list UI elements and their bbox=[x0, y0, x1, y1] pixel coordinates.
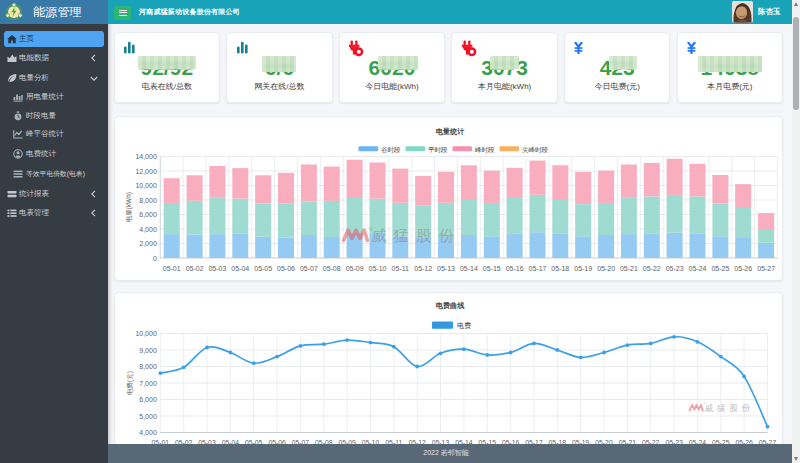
svg-text:05-01: 05-01 bbox=[162, 264, 180, 271]
svg-text:05-11: 05-11 bbox=[391, 264, 408, 271]
svg-text:05-16: 05-16 bbox=[505, 264, 523, 271]
svg-text:05-26: 05-26 bbox=[734, 264, 752, 271]
svg-text:7,000: 7,000 bbox=[139, 379, 157, 386]
svg-text:2,000: 2,000 bbox=[139, 240, 157, 247]
svg-text:05-07: 05-07 bbox=[299, 264, 317, 271]
svg-text:4,000: 4,000 bbox=[139, 225, 157, 232]
svg-text:05-03: 05-03 bbox=[208, 264, 226, 271]
svg-text:电量统计: 电量统计 bbox=[435, 127, 464, 136]
svg-text:6,000: 6,000 bbox=[139, 211, 157, 218]
svg-text:05-24: 05-24 bbox=[688, 264, 706, 271]
svg-text:05-25: 05-25 bbox=[711, 264, 729, 271]
svg-text:05-09: 05-09 bbox=[345, 264, 363, 271]
svg-text:05-14: 05-14 bbox=[459, 264, 477, 271]
svg-text:12,000: 12,000 bbox=[135, 167, 157, 174]
svg-text:05-12: 05-12 bbox=[414, 264, 432, 271]
svg-text:05-04: 05-04 bbox=[231, 264, 249, 271]
svg-text:10,000: 10,000 bbox=[135, 182, 157, 189]
svg-text:05-19: 05-19 bbox=[574, 264, 592, 271]
svg-text:05-15: 05-15 bbox=[482, 264, 500, 271]
svg-text:4,000: 4,000 bbox=[139, 429, 157, 436]
svg-text:10,000: 10,000 bbox=[135, 330, 157, 337]
svg-text:峰时段: 峰时段 bbox=[475, 145, 495, 152]
svg-text:05-20: 05-20 bbox=[597, 264, 615, 271]
svg-text:电量(kWh): 电量(kWh) bbox=[125, 192, 133, 222]
svg-text:05-06: 05-06 bbox=[277, 264, 295, 271]
svg-text:05-21: 05-21 bbox=[619, 264, 637, 271]
svg-text:05-18: 05-18 bbox=[551, 264, 569, 271]
svg-text:05-17: 05-17 bbox=[528, 264, 546, 271]
svg-text:尖峰时段: 尖峰时段 bbox=[522, 145, 549, 152]
svg-text:05-27: 05-27 bbox=[757, 264, 775, 271]
svg-text:6,000: 6,000 bbox=[139, 396, 157, 403]
svg-text:05-05: 05-05 bbox=[254, 264, 272, 271]
svg-text:0: 0 bbox=[152, 254, 156, 261]
svg-text:8,000: 8,000 bbox=[139, 363, 157, 370]
svg-text:威猛股份: 威猛股份 bbox=[371, 226, 461, 243]
svg-text:05-02: 05-02 bbox=[185, 264, 203, 271]
svg-text:9,000: 9,000 bbox=[139, 346, 157, 353]
svg-text:电费: 电费 bbox=[457, 322, 471, 329]
svg-text:平时段: 平时段 bbox=[428, 145, 448, 152]
svg-text:05-22: 05-22 bbox=[642, 264, 660, 271]
svg-text:05-10: 05-10 bbox=[368, 264, 386, 271]
svg-text:电费曲线: 电费曲线 bbox=[435, 301, 465, 310]
svg-text:威猛股份: 威猛股份 bbox=[704, 402, 753, 412]
svg-text:电费(元): 电费(元) bbox=[125, 371, 133, 395]
svg-text:05-13: 05-13 bbox=[437, 264, 455, 271]
svg-text:14,000: 14,000 bbox=[135, 153, 157, 160]
svg-text:谷时段: 谷时段 bbox=[381, 145, 401, 153]
svg-text:05-08: 05-08 bbox=[322, 264, 340, 271]
svg-text:05-23: 05-23 bbox=[665, 264, 683, 271]
svg-text:8,000: 8,000 bbox=[139, 196, 157, 203]
svg-text:5,000: 5,000 bbox=[139, 412, 157, 419]
